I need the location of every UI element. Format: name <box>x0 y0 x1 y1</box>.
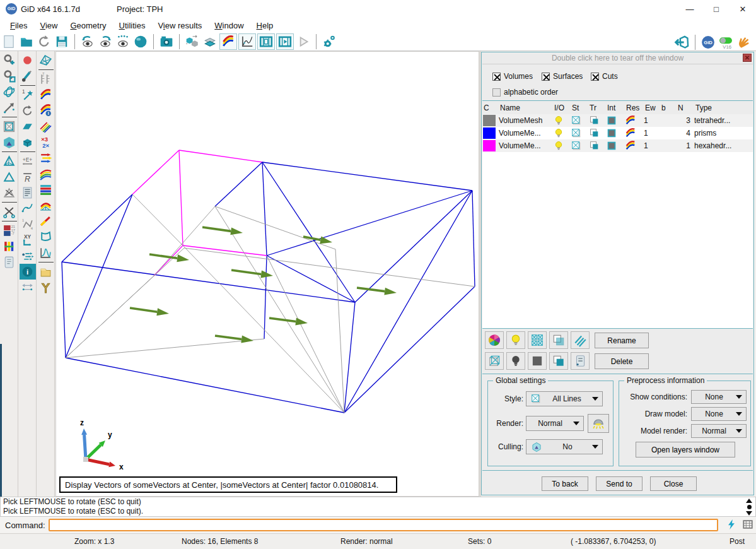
toolbar-eye-undo-button[interactable] <box>79 33 96 50</box>
menu-utilities[interactable]: Utilities <box>113 19 152 32</box>
layer-visibility-icon[interactable] <box>553 140 571 151</box>
layers-wheel-button[interactable] <box>485 331 504 349</box>
tool-graph-peak-button[interactable] <box>38 245 54 261</box>
toolbar-v16-button[interactable]: V16 <box>717 34 735 50</box>
tool-info-on-button[interactable]: i <box>20 264 36 280</box>
surfaces-checkbox-box[interactable] <box>542 73 550 81</box>
delete-button[interactable]: Delete <box>595 353 649 369</box>
toolbar-camera-button[interactable] <box>158 33 175 50</box>
layer-row[interactable]: VolumeMe...14prisms <box>482 127 753 139</box>
tool-lines-color-button[interactable] <box>38 119 54 134</box>
col-header-ew[interactable]: Ew <box>644 103 660 112</box>
layer-style-icon[interactable] <box>571 115 588 126</box>
layers-sq-dark-button[interactable] <box>528 352 547 370</box>
tool-xy-button[interactable]: XY <box>20 232 36 248</box>
scroll-thumb[interactable] <box>747 505 752 509</box>
layer-row[interactable]: VolumeMesh13tetrahedr... <box>482 114 753 127</box>
layer-row[interactable]: VolumeMe...11hexahedr... <box>482 139 753 152</box>
tool-refresh2-button[interactable] <box>20 103 36 119</box>
checkbox-cuts[interactable]: Cuts <box>591 72 618 81</box>
toolbar-layers-button[interactable] <box>201 33 219 50</box>
alphabetic-order-box[interactable] <box>492 88 501 97</box>
tool-zoom-plus-button[interactable] <box>1 52 18 68</box>
checkbox-alphabetic-order[interactable]: alphabetic order <box>492 88 558 97</box>
layer-visibility-icon[interactable] <box>553 115 571 126</box>
tool-zoom-box-button[interactable] <box>1 68 18 84</box>
layer-results-icon[interactable] <box>625 140 644 151</box>
tool-colorbars-button[interactable] <box>1 239 18 254</box>
tool-grad-line-button[interactable] <box>38 213 54 229</box>
minimize-button[interactable]: — <box>677 0 703 18</box>
toolbar-rainbow-button[interactable] <box>219 33 237 50</box>
cuts-checkbox-box[interactable] <box>591 73 599 81</box>
tool-frame-button[interactable] <box>1 119 18 134</box>
tool-Rbar-button[interactable]: R <box>20 169 36 185</box>
viewport-3d[interactable]: zyx Display Vectors of someVectors at Ce… <box>55 51 479 497</box>
layers-bulb-on-button[interactable] <box>506 331 525 349</box>
tool-folder-y-button[interactable] <box>38 264 54 280</box>
menu-view[interactable]: View <box>33 19 64 32</box>
fast-command-lightning-icon[interactable] <box>726 519 737 530</box>
dropdown-draw-model[interactable]: None <box>691 407 747 421</box>
col-header-name[interactable]: Name <box>499 103 553 112</box>
grid-toolbars-icon[interactable] <box>742 519 753 530</box>
menu-view-results[interactable]: View results <box>151 19 208 32</box>
tool-dim-line-button[interactable] <box>20 280 36 295</box>
layers-hatch-button[interactable] <box>571 331 590 349</box>
dropdown-model-render[interactable]: Normal <box>691 424 747 438</box>
tool-bands-button[interactable] <box>38 182 54 198</box>
toolbar-hand-button[interactable] <box>735 34 752 50</box>
tool-curve-button[interactable] <box>20 201 36 216</box>
layer-color-swatch[interactable] <box>483 115 496 126</box>
layer-name[interactable]: VolumeMe... <box>499 129 553 138</box>
layer-transparency-icon[interactable] <box>588 115 606 126</box>
command-input[interactable] <box>49 519 718 531</box>
layer-results-icon[interactable] <box>625 127 644 139</box>
tool-rainbow-arc-button[interactable] <box>38 166 54 182</box>
tool-region-button[interactable] <box>38 229 54 245</box>
tool-dome-button[interactable] <box>38 198 54 213</box>
menu-geometry[interactable]: Geometry <box>64 19 112 32</box>
col-header-type[interactable]: Type <box>694 103 753 112</box>
scroll-up-icon[interactable] <box>746 499 752 503</box>
tool-view3d-button[interactable] <box>1 134 18 150</box>
tool-dimE-button[interactable]: +E+ <box>20 153 36 169</box>
layers-sq-overlap-light-button[interactable] <box>549 331 568 349</box>
tool-contour-scale-button[interactable]: 2117-7 <box>1 223 18 239</box>
to-back-button[interactable]: To back <box>542 476 588 491</box>
layers-mesh4-button[interactable] <box>528 331 547 349</box>
tool-dot-red-button[interactable] <box>20 52 36 68</box>
toolbar-gid-button[interactable]: GiD <box>699 34 717 50</box>
toolbar-cubes-button[interactable] <box>183 33 201 50</box>
col-header-st[interactable]: St <box>571 103 588 112</box>
toolbar-save-button[interactable] <box>53 33 71 50</box>
tool-mesh-fold-button[interactable] <box>38 52 54 68</box>
layer-style-icon[interactable] <box>571 140 588 151</box>
layer-interior-icon[interactable] <box>606 127 625 139</box>
col-header-io[interactable]: I/O <box>553 103 571 112</box>
tool-doc-lines-button[interactable] <box>20 185 36 201</box>
tool-tree-y-button[interactable] <box>38 280 54 295</box>
layer-name[interactable]: VolumeMesh <box>499 116 553 125</box>
tool-cube-corner-button[interactable] <box>20 134 36 150</box>
toolbar-eye-redo-button[interactable] <box>96 33 114 50</box>
tool-orbit-button[interactable] <box>1 84 18 100</box>
message-scrollbar[interactable] <box>744 497 754 517</box>
col-header-n[interactable]: N <box>677 103 694 112</box>
tool-tetra-button[interactable] <box>1 153 18 169</box>
col-header-b[interactable]: b <box>660 103 677 112</box>
open-layers-window-button[interactable]: Open layers window <box>636 442 735 458</box>
tool-doc-button[interactable] <box>1 254 18 270</box>
send-to-button[interactable]: Send to <box>596 476 643 491</box>
layer-color-swatch[interactable] <box>483 140 496 151</box>
rename-button[interactable]: Rename <box>595 333 649 348</box>
scroll-down-icon[interactable] <box>746 511 752 516</box>
tool-ruler-button[interactable]: T <box>38 71 54 87</box>
col-header-c[interactable]: C <box>482 103 499 112</box>
tool-polyline-button[interactable]: 14 <box>20 216 36 232</box>
checkbox-surfaces[interactable]: Surfaces <box>542 72 583 81</box>
tool-thermo-button[interactable] <box>20 68 36 84</box>
menu-files[interactable]: Files <box>4 19 33 32</box>
layer-color-swatch[interactable] <box>483 127 496 139</box>
layer-results-icon[interactable] <box>625 115 644 126</box>
